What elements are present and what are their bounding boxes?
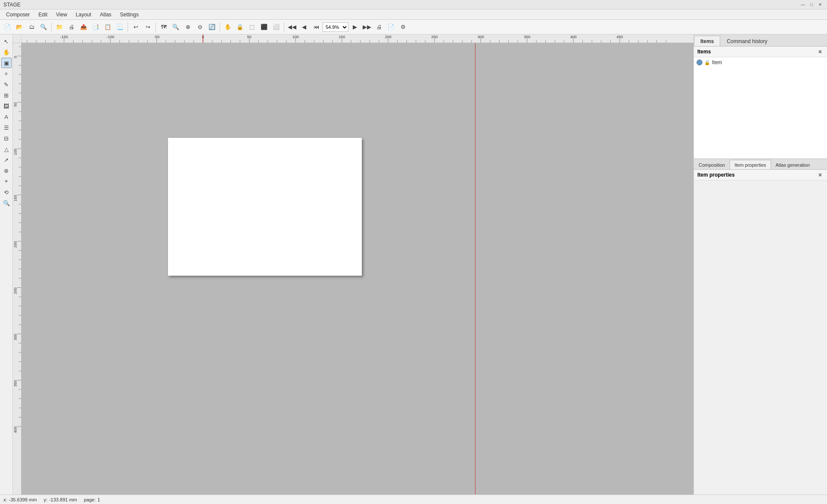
tb-print[interactable]: 🖨 [66,22,77,33]
tool-add-scalebar[interactable]: ⊟ [1,133,12,143]
tb-open2[interactable]: 🗂 [26,22,37,33]
tab-item-properties[interactable]: Item properties [730,160,771,169]
tool-add-label[interactable]: A [1,112,12,122]
item-lock-icon[interactable]: 🔒 [704,59,710,65]
left-toolbar: ↖ ✋ ▣ ⟡ ✎ ⊞ 🖼 A ☰ ⊟ △ ↗ ⊛ ⌖ ⟲ 🔍 [0,34,13,495]
tb-export1[interactable]: 📤 [78,22,89,33]
status-x-label: x: [3,497,7,502]
tb-folder[interactable]: 📁 [54,22,65,33]
close-button[interactable]: ✕ [817,1,824,8]
tool-draw[interactable]: ✎ [1,79,12,90]
tb-atlas5[interactable]: ▶▶ [361,22,373,33]
tool-select[interactable]: ↖ [1,36,12,47]
tb-zoom-in[interactable]: 🔍 [170,22,181,33]
tool-node[interactable]: ⟡ [1,68,12,79]
bottom-panel-content [694,180,827,495]
tool-add-arrow[interactable]: ↗ [1,155,12,165]
tool-add-legend[interactable]: ☰ [1,122,12,133]
menu-atlas[interactable]: Atlas [96,9,116,19]
tb-open[interactable]: 📂 [14,22,25,33]
tab-atlas-generation[interactable]: Atlas generation [771,160,815,169]
tb-export3[interactable]: 📋 [102,22,113,33]
zoom-select[interactable]: 54.9% 25% 50% 75% 100% [323,22,348,32]
tb-redo[interactable]: ↪ [142,22,153,33]
tb-grp1[interactable]: ⬚ [246,22,258,33]
bottom-panel-close[interactable]: × [817,171,824,178]
tb-sep1 [51,22,52,32]
item-visibility-icon[interactable] [696,59,703,65]
tb-atlas4[interactable]: ▶ [349,22,361,33]
tab-items[interactable]: Items [694,36,720,46]
menu-view[interactable]: View [52,9,72,19]
tb-export2[interactable]: 📑 [90,22,101,33]
tool-add-shape[interactable]: △ [1,144,12,154]
page-canvas [168,138,362,276]
menu-bar: Composer Edit View Layout Atlas Settings [0,9,827,20]
list-item[interactable]: 🔒 Item [694,58,827,67]
tb-atlas3[interactable]: ⏮ [311,22,322,33]
toolbar: 📄 📂 🗂 🔍 📁 🖨 📤 📑 📋 📃 ↩ ↪ 🗺 🔍 ⊕ ⊖ 🔄 ✋ 🔒 ⬚ … [0,20,827,34]
tool-add-map[interactable]: ⊞ [1,90,12,100]
tb-settings[interactable]: ⚙ [398,22,409,33]
tb-zoom-in2[interactable]: ⊕ [182,22,193,33]
tb-undo[interactable]: ↩ [130,22,141,33]
status-page-value: 1 [97,497,100,502]
bottom-panel-header: Item properties × [694,170,827,180]
status-page-label: page: [84,497,96,502]
status-y: y: -133.891 mm [44,497,77,502]
ruler-corner [13,34,22,43]
tool-zoom[interactable]: 🔍 [1,198,12,208]
tb-sep2 [127,22,128,32]
tb-print2[interactable]: 🖨 [373,22,385,33]
status-x: x: -35.6399 mm [3,497,37,502]
window-controls: — □ ✕ [799,1,824,8]
items-panel-close[interactable]: × [817,48,824,55]
tb-grp2[interactable]: ⬛ [258,22,270,33]
tb-atlas2[interactable]: ◀ [298,22,310,33]
tool-pan[interactable]: ✋ [1,47,12,57]
tb-search[interactable]: 🔍 [38,22,49,33]
canvas-area [13,34,693,495]
tab-command-history[interactable]: Command history [720,36,774,46]
tb-export4[interactable]: 📃 [114,22,125,33]
title-bar: STAGE — □ ✕ [0,0,827,9]
menu-edit[interactable]: Edit [34,9,52,19]
tb-atlas1[interactable]: ◀◀ [286,22,298,33]
main-canvas[interactable] [22,43,693,495]
tb-print3[interactable]: 📄 [386,22,397,33]
tool-add-picture[interactable]: 🖼 [1,101,12,111]
bottom-panel-title: Item properties [697,172,735,178]
item-label: Item [712,59,722,65]
items-panel-title: Items [697,49,711,55]
tb-grp3[interactable]: ⬜ [270,22,282,33]
status-x-value: -35.6399 mm [9,497,37,502]
app-title: STAGE [3,2,21,8]
horizontal-ruler [22,34,693,43]
items-panel: Items × 🔒 Item [694,47,827,159]
tool-add-html[interactable]: ⌖ [1,176,12,187]
tb-zoom-out[interactable]: ⊖ [194,22,205,33]
vertical-ruler [13,43,22,495]
menu-settings[interactable]: Settings [116,9,143,19]
right-panel: Items Command history Items × 🔒 Item Com… [693,34,827,495]
menu-composer[interactable]: Composer [2,9,34,19]
tb-refresh[interactable]: 🔄 [206,22,218,33]
maximize-button[interactable]: □ [808,1,815,8]
status-y-value: -133.891 mm [49,497,77,502]
tool-select2[interactable]: ▣ [1,58,12,68]
tb-new[interactable]: 📄 [2,22,13,33]
minimize-button[interactable]: — [799,1,806,8]
tb-sep3 [155,22,156,32]
status-bar: x: -35.6399 mm y: -133.891 mm page: 1 [0,495,827,504]
tb-pan[interactable]: ✋ [222,22,233,33]
top-tabs: Items Command history [694,34,827,47]
ruler-row [13,34,693,43]
tb-lock[interactable]: 🔒 [234,22,246,33]
tool-add-table[interactable]: ⊛ [1,165,12,176]
tab-composition[interactable]: Composition [694,160,730,169]
status-y-label: y: [44,497,47,502]
menu-layout[interactable]: Layout [72,9,96,19]
main-area: ↖ ✋ ▣ ⟡ ✎ ⊞ 🖼 A ☰ ⊟ △ ↗ ⊛ ⌖ ⟲ 🔍 [0,34,827,495]
tool-rotate[interactable]: ⟲ [1,187,12,197]
tb-add-map[interactable]: 🗺 [158,22,169,33]
